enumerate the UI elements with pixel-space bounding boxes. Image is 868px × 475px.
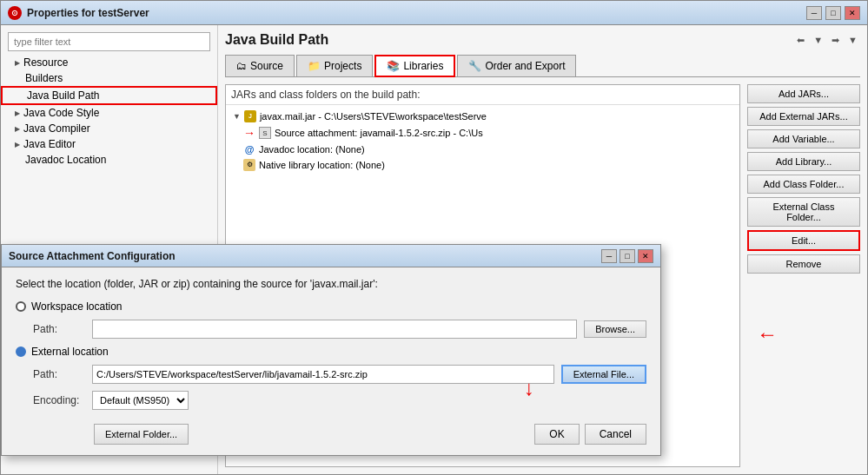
- encoding-select[interactable]: Default (MS950) UTF-8 ISO-8859-1: [92, 391, 189, 410]
- workspace-radio[interactable]: [16, 301, 26, 312]
- source-attachment-dialog: Source Attachment Configuration ─ □ ✕ Se…: [1, 244, 661, 456]
- dialog-title-bar: Source Attachment Configuration ─ □ ✕: [2, 245, 660, 267]
- dialog-title-controls: ─ □ ✕: [601, 249, 653, 263]
- dialog-minimize-button[interactable]: ─: [601, 249, 617, 263]
- workspace-radio-label: Workspace location: [31, 300, 123, 313]
- dialog-description: Select the location (folder, JAR or zip)…: [16, 278, 646, 290]
- dialog-content: Select the location (folder, JAR or zip)…: [2, 267, 660, 420]
- annotation-arrow-external-file: ↓: [524, 376, 534, 400]
- external-radio[interactable]: [16, 346, 26, 357]
- dialog-title: Source Attachment Configuration: [9, 250, 176, 262]
- external-path-input[interactable]: [92, 365, 554, 384]
- external-radio-label: External location: [31, 346, 109, 358]
- dialog-ok-button[interactable]: OK: [534, 424, 579, 445]
- main-window: ⊙ Properties for testServer ─ □ ✕ ▶ Reso…: [0, 0, 868, 475]
- dialog-close-button[interactable]: ✕: [638, 249, 653, 263]
- external-path-row: Path: External File...: [16, 365, 646, 384]
- external-path-label: Path:: [33, 368, 85, 380]
- workspace-path-label: Path:: [33, 323, 85, 335]
- dialog-cancel-button[interactable]: Cancel: [585, 424, 646, 445]
- annotation-arrow-edit: ←: [757, 322, 778, 346]
- workspace-path-input[interactable]: [92, 320, 577, 339]
- encoding-row: Encoding: Default (MS950) UTF-8 ISO-8859…: [16, 391, 646, 410]
- dialog-restore-button[interactable]: □: [620, 249, 635, 263]
- dialog-overlay: Source Attachment Configuration ─ □ ✕ Se…: [1, 1, 867, 474]
- encoding-label: Encoding:: [33, 394, 85, 406]
- workspace-path-row: Path: Browse...: [16, 320, 646, 339]
- workspace-radio-row: Workspace location: [16, 300, 646, 313]
- workspace-browse-button[interactable]: Browse...: [584, 320, 646, 338]
- external-folder-button[interactable]: External Folder...: [94, 424, 189, 445]
- external-radio-row: External location: [16, 346, 646, 358]
- external-file-button[interactable]: External File...: [561, 365, 646, 384]
